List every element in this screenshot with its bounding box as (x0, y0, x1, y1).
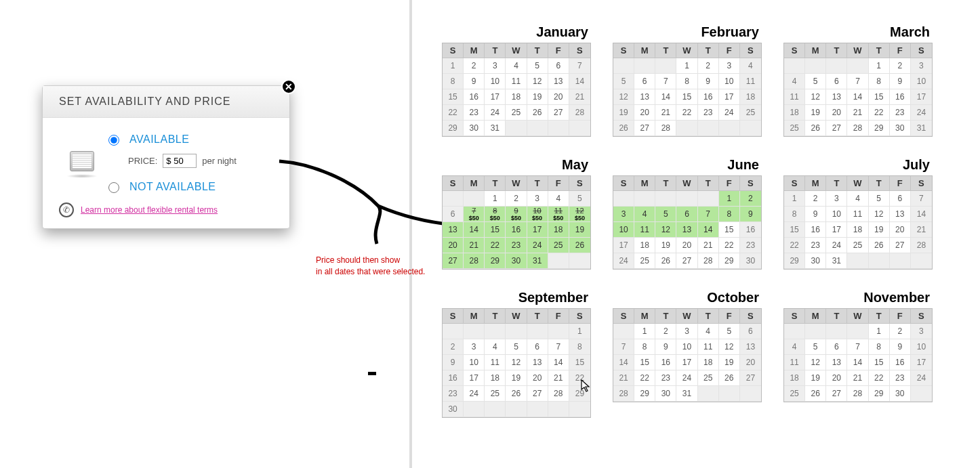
calendar-day[interactable]: 6 (740, 324, 761, 339)
calendar-day[interactable]: 13 (443, 222, 464, 238)
calendar-day[interactable]: 2 (890, 58, 911, 74)
calendar-day[interactable]: 16 (805, 222, 826, 238)
calendar-day[interactable]: 28 (655, 121, 676, 136)
calendar-day[interactable]: 28 (613, 386, 634, 402)
calendar-day[interactable]: 1 (719, 191, 740, 207)
calendar-day[interactable]: 15 (719, 222, 740, 238)
calendar-day[interactable]: 2 (890, 324, 911, 339)
calendar-day[interactable]: 17 (464, 370, 485, 386)
calendar-day[interactable]: 15 (869, 355, 890, 370)
calendar-day[interactable]: 18 (740, 89, 761, 105)
calendar-day[interactable]: 7 (613, 339, 634, 355)
calendar-day[interactable]: 3 (464, 339, 485, 355)
calendar-day[interactable]: 18 (548, 222, 569, 238)
calendar-day[interactable]: 21 (698, 238, 719, 253)
calendar-day[interactable]: 22 (784, 238, 805, 253)
calendar-day[interactable]: 20 (676, 238, 697, 253)
calendar-day[interactable]: 8 (676, 74, 697, 89)
calendar-day[interactable]: 11 (506, 74, 527, 89)
calendar-day[interactable]: 9 (464, 74, 485, 89)
calendar-day[interactable]: 14 (847, 355, 868, 370)
calendar-day[interactable]: 24 (485, 105, 506, 121)
calendar-day[interactable]: 24 (613, 253, 634, 269)
calendar-day[interactable]: 27 (527, 386, 548, 402)
calendar-day[interactable]: 15 (634, 355, 655, 370)
calendar-day[interactable]: 26 (569, 238, 590, 253)
calendar-day[interactable]: 17 (826, 222, 847, 238)
calendar-day[interactable]: 22 (634, 370, 655, 386)
calendar-day[interactable]: 3 (527, 191, 548, 207)
calendar-day[interactable]: 11 (698, 339, 719, 355)
close-icon[interactable]: ✕ (281, 79, 296, 94)
calendar-day[interactable]: 23 (506, 238, 527, 253)
calendar-day[interactable]: 7 (911, 191, 932, 207)
calendar-day[interactable]: 10 (911, 339, 932, 355)
calendar-day[interactable]: 18 (847, 222, 868, 238)
calendar-day[interactable]: 11 (784, 355, 805, 370)
calendar-day[interactable]: 21 (548, 370, 569, 386)
calendar-day[interactable]: 17 (676, 355, 697, 370)
calendar-day[interactable]: 9 (698, 74, 719, 89)
calendar-day[interactable]: 20 (548, 89, 569, 105)
calendar-day[interactable]: 15 (443, 89, 464, 105)
calendar-day[interactable]: 2 (655, 324, 676, 339)
calendar-day[interactable]: 1 (485, 191, 506, 207)
calendar-day[interactable]: 19 (527, 89, 548, 105)
calendar-day[interactable]: 12$50 (569, 207, 590, 222)
calendar-day[interactable]: 3 (826, 191, 847, 207)
calendar-day[interactable]: 22 (485, 238, 506, 253)
calendar-day[interactable]: 13 (548, 74, 569, 89)
calendar-day[interactable]: 2 (698, 58, 719, 74)
calendar-day[interactable]: 5 (527, 58, 548, 74)
calendar-day[interactable]: 1 (676, 58, 697, 74)
calendar-day[interactable]: 4 (485, 339, 506, 355)
calendar-day[interactable]: 12 (527, 74, 548, 89)
calendar-day[interactable]: 14 (911, 207, 932, 222)
calendar-day[interactable]: 15 (485, 222, 506, 238)
calendar-day[interactable]: 4 (847, 191, 868, 207)
calendar-day[interactable]: 26 (719, 370, 740, 386)
calendar-day[interactable]: 9 (890, 339, 911, 355)
calendar-day[interactable]: 10 (464, 355, 485, 370)
calendar-day[interactable]: 22 (676, 105, 697, 121)
calendar-day[interactable]: 16 (698, 89, 719, 105)
calendar-day[interactable]: 26 (805, 121, 826, 136)
calendar-day[interactable]: 12 (613, 89, 634, 105)
calendar-day[interactable]: 11 (634, 222, 655, 238)
calendar-day[interactable]: 2 (464, 58, 485, 74)
calendar-day[interactable]: 1 (784, 191, 805, 207)
calendar-day[interactable]: 12 (805, 89, 826, 105)
calendar-day[interactable]: 19 (569, 222, 590, 238)
calendar-day[interactable]: 19 (805, 370, 826, 386)
calendar-day[interactable]: 23 (890, 105, 911, 121)
calendar-day[interactable]: 21 (569, 89, 590, 105)
calendar-day[interactable]: 11$50 (548, 207, 569, 222)
calendar-day[interactable]: 9 (443, 355, 464, 370)
calendar-day[interactable]: 20 (826, 105, 847, 121)
calendar-day[interactable]: 27 (826, 121, 847, 136)
calendar-day[interactable]: 21 (655, 105, 676, 121)
calendar-day[interactable]: 20 (527, 370, 548, 386)
calendar-day[interactable]: 4 (740, 58, 761, 74)
calendar-day[interactable]: 6 (676, 207, 697, 222)
calendar-day[interactable]: 3 (676, 324, 697, 339)
calendar-day[interactable]: 23 (698, 105, 719, 121)
calendar-day[interactable]: 22 (569, 370, 590, 386)
calendar-day[interactable]: 27 (676, 253, 697, 269)
calendar-day[interactable]: 8 (719, 207, 740, 222)
calendar-day[interactable]: 13 (527, 355, 548, 370)
calendar-day[interactable]: 26 (805, 386, 826, 402)
calendar-day[interactable]: 15 (676, 89, 697, 105)
calendar-day[interactable]: 14 (464, 222, 485, 238)
calendar-day[interactable]: 5 (506, 339, 527, 355)
calendar-day[interactable]: 21 (847, 370, 868, 386)
calendar-day[interactable]: 8$50 (485, 207, 506, 222)
calendar-day[interactable]: 26 (527, 105, 548, 121)
calendar-day[interactable]: 11 (784, 89, 805, 105)
calendar-day[interactable]: 7 (847, 339, 868, 355)
calendar-day[interactable]: 6 (634, 74, 655, 89)
calendar-day[interactable]: 20 (826, 370, 847, 386)
calendar-day[interactable]: 16 (890, 355, 911, 370)
calendar-day[interactable]: 29 (869, 121, 890, 136)
calendar-day[interactable]: 1 (869, 324, 890, 339)
